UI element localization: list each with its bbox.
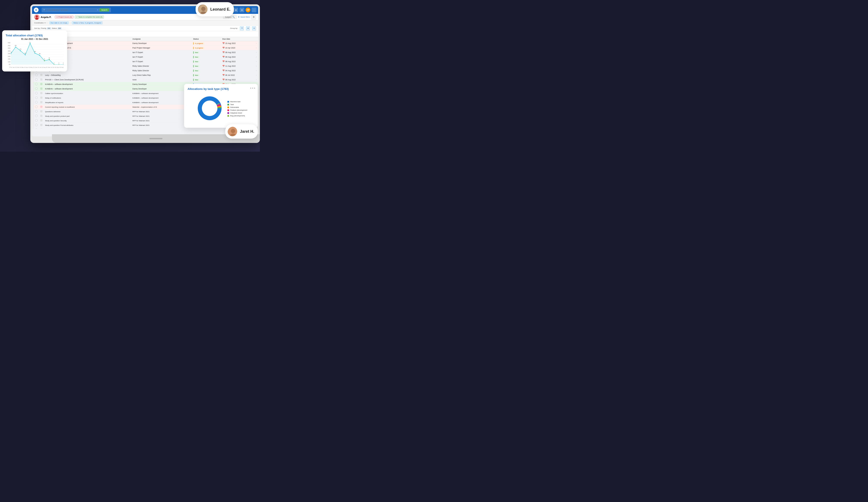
row-checkbox[interactable] — [35, 87, 38, 90]
row-action[interactable]: › — [255, 73, 258, 78]
col-due-date[interactable]: Due date — [221, 37, 255, 41]
row-checkbox[interactable] — [35, 78, 38, 81]
table-row[interactable]: PHASE I – Client Zone Development (SCRUM… — [34, 78, 258, 82]
row-checkbox[interactable] — [35, 96, 38, 99]
leonard-bubble: Leonard E. — [196, 2, 234, 17]
svg-point-37 — [59, 64, 59, 64]
row-action[interactable]: › — [255, 69, 258, 73]
assignee-cell: Danny Developer — [131, 86, 192, 91]
tasks-label: Tasks to complete this week (6) — [79, 16, 103, 18]
status-badge: New — [193, 51, 199, 54]
row-checkbox[interactable] — [35, 115, 38, 117]
row-checkbox[interactable] — [35, 101, 38, 103]
assignee-cell: none — [131, 78, 192, 82]
status-sort-label: Status — [52, 27, 57, 29]
svg-point-21 — [20, 50, 21, 51]
row-action[interactable]: › — [255, 78, 258, 82]
grid-view-btn[interactable]: ⊞ — [246, 27, 250, 30]
assignee-cell: Lucy Direct Sales Rep — [131, 73, 192, 78]
svg-text:0: 0 — [59, 63, 59, 64]
svg-text:425: 425 — [29, 42, 31, 43]
x-labels: 01 Jan 01 Feb 01 Mar 01 Apr 01 May 01 Ju… — [11, 67, 64, 68]
svg-point-25 — [30, 43, 31, 44]
row-checkbox[interactable] — [35, 124, 38, 126]
due-date-cell: 📅 04 Aug 2022 — [221, 69, 255, 73]
table-row[interactable]: Anonymization Requests Ian IT Expert New… — [34, 59, 258, 64]
project-cell-sub: KANBAN – software development — [131, 100, 192, 105]
svg-text:76: 76 — [44, 59, 45, 60]
legend-bug: Bug (development) — [227, 115, 247, 117]
row-action[interactable]: › — [255, 55, 258, 59]
row-action[interactable]: › — [255, 64, 258, 69]
chart-date: 01 Jan 2021 – 31 Dec 2021 — [6, 38, 64, 40]
table-row[interactable]: Anonymization Requests Ian IT Expert New… — [34, 50, 258, 55]
col-status[interactable]: Status — [192, 37, 221, 41]
row-checkbox[interactable] — [35, 74, 38, 76]
settings-icon[interactable]: ⚙ — [251, 15, 256, 20]
legend-feature: Feature (development — [227, 109, 247, 111]
assignee-cell: Ian IT Expert — [131, 55, 192, 59]
tasks-tag[interactable]: ✓ Tasks to complete this week (6) — [75, 16, 104, 18]
list-view-btn[interactable]: ☰ — [240, 27, 244, 30]
table-row[interactable]: Anonymization Requests Ricky Sales Direc… — [34, 69, 258, 73]
svg-text:229: 229 — [34, 51, 36, 52]
status-badge-sort: ⊞⊞ — [58, 27, 62, 29]
assignee-cell: Ian IT Expert — [131, 59, 192, 64]
allocation-chart-card: Total allocation chart (1783) 01 Jan 202… — [2, 30, 67, 71]
table-row[interactable]: Waterfall – implementation of IS Paul Pr… — [34, 46, 258, 50]
nav-icons: ⊞ ⊟ AP ⋮ — [234, 8, 256, 12]
user-avatar-nav[interactable]: AP — [246, 8, 250, 12]
status-badge: New — [193, 56, 199, 58]
row-label-cell: Simplification of imports — [44, 100, 131, 105]
copy-icon[interactable]: ⊞ — [234, 8, 238, 12]
row-label-cell: Questions delivered — [44, 109, 131, 114]
row-checkbox[interactable] — [35, 92, 38, 94]
row-type-icon — [40, 74, 42, 76]
more-options-icon[interactable]: ⋮ — [252, 8, 256, 12]
kanban-view-btn[interactable]: ⊟ — [252, 27, 256, 30]
row-action[interactable]: › — [255, 41, 258, 46]
legend-machine-task: Machine task — [227, 101, 247, 103]
due-date-filter[interactable]: Due date is not empty — [49, 21, 69, 24]
feature-dot — [227, 109, 229, 111]
row-checkbox[interactable] — [35, 128, 38, 129]
table-row[interactable]: Anonymization Requests Ian IT Expert New… — [34, 55, 258, 59]
svg-text:0: 0 — [63, 63, 64, 64]
col-assignee[interactable]: Assignee — [131, 37, 192, 41]
row-checkbox[interactable] — [35, 119, 38, 122]
more-options-icon[interactable]: • • • — [250, 86, 255, 90]
row-checkbox[interactable] — [35, 110, 38, 113]
row-action[interactable]: › — [255, 59, 258, 64]
chart-title: Total allocation chart (1783) — [6, 34, 64, 37]
due-date-cell: 📅 08 Jul 2022 — [221, 73, 255, 78]
row-action[interactable]: › — [255, 50, 258, 55]
search-bar[interactable]: 🔍 ✕ Search — [42, 8, 111, 12]
saved-filters[interactable]: ★ Saved filters — [238, 16, 250, 18]
app-logo[interactable]: O — [34, 8, 39, 12]
machine-task-label: Machine task — [230, 101, 240, 103]
row-checkbox[interactable] — [35, 83, 38, 85]
table-row[interactable]: Lucy – Onboarding Lucy Direct Sales Rep … — [34, 73, 258, 78]
row-type-icon — [40, 83, 42, 85]
svg-text:99: 99 — [49, 58, 50, 59]
svg-point-27 — [34, 53, 35, 53]
project-cell: Lucy – Onboarding — [44, 73, 131, 78]
legend-helpdesk: Helpdesk ticket — [227, 112, 247, 114]
status-filter[interactable]: Status is New, In progress, Assigned — [72, 21, 103, 24]
project-cell: PHASE I – Client Zone Development (SCRUM… — [44, 78, 131, 82]
legend-deliverable: Deliverable — [227, 106, 247, 108]
clear-icon[interactable]: ✕ — [97, 9, 99, 11]
svg-point-29 — [39, 55, 40, 56]
search-input[interactable] — [46, 9, 96, 11]
table-row[interactable]: KANBAN – software development Danny Deve… — [34, 41, 258, 46]
row-checkbox[interactable] — [35, 105, 38, 108]
table-row[interactable]: Anonymization Requests Ricky Sales Direc… — [34, 64, 258, 69]
assignee-cell: Paul Project Manager — [131, 46, 192, 50]
row-action[interactable]: › — [255, 46, 258, 50]
search-button[interactable]: Search — [100, 9, 109, 11]
sort-by[interactable]: Sort by: Priority ⊞⊞ Status ⊞⊞ — [34, 27, 62, 29]
coordinates-filter[interactable]: Coordinates >> — [34, 22, 46, 24]
project-issues-tag[interactable]: ⚠ Project issues (4) — [55, 16, 73, 18]
grid-icon[interactable]: ⊟ — [239, 8, 244, 12]
row-type-icon — [40, 79, 42, 81]
